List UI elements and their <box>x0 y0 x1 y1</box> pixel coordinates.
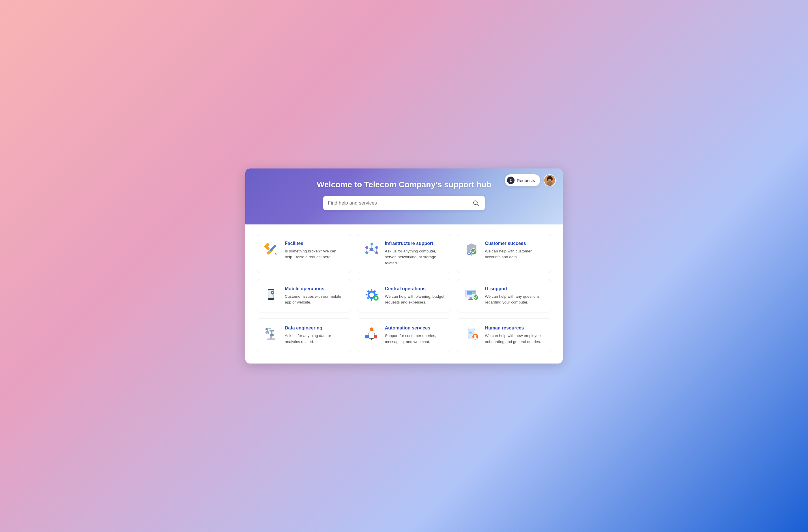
svg-point-6 <box>551 178 553 181</box>
card-automation[interactable]: Automation services Support for customer… <box>357 318 451 352</box>
svg-rect-55 <box>378 297 379 299</box>
svg-point-37 <box>271 299 272 299</box>
svg-rect-11 <box>269 244 276 252</box>
card-text-facilities: Facilites Is something broken? We can he… <box>285 241 345 260</box>
card-title-automation: Automation services <box>385 326 445 331</box>
avatar[interactable] <box>544 174 556 186</box>
card-desc-facilities: Is something broken? We can help. Raise … <box>285 249 345 260</box>
card-title-human-resources: Human resources <box>485 326 545 331</box>
svg-rect-59 <box>472 291 475 293</box>
svg-rect-31 <box>469 252 470 253</box>
svg-line-22 <box>373 247 375 249</box>
requests-button[interactable]: 2 Requests <box>505 174 540 186</box>
card-title-data-engineering: Data engineering <box>285 326 345 331</box>
card-icon-data-engineering: 6 <box>263 326 280 343</box>
svg-point-15 <box>365 246 368 249</box>
svg-point-18 <box>375 252 378 254</box>
svg-rect-62 <box>469 299 473 300</box>
card-mobile-operations[interactable]: Mobile operations Customer issues with o… <box>257 279 351 313</box>
search-button[interactable] <box>472 200 480 206</box>
svg-line-23 <box>368 250 370 253</box>
card-customer-success[interactable]: Customer success We can help with custom… <box>457 234 551 273</box>
card-desc-customer-success: We can help with customer accounts and d… <box>485 249 545 260</box>
card-text-human-resources: Human resources We can help with new emp… <box>485 326 545 345</box>
svg-point-3 <box>547 182 553 186</box>
svg-point-19 <box>370 243 373 245</box>
card-icon-automation <box>363 326 380 343</box>
requests-badge: 2 <box>507 177 515 184</box>
card-human-resources[interactable]: Human resources We can help with new emp… <box>457 318 551 352</box>
svg-rect-45 <box>376 294 378 295</box>
card-it-support[interactable]: IT support We can help with any question… <box>457 279 551 313</box>
card-text-central-operations: Central operations We can help with plan… <box>385 286 445 306</box>
card-desc-data-engineering: Ask us for anything data or analytics re… <box>285 333 345 345</box>
card-icon-it-support <box>463 286 480 304</box>
svg-point-69 <box>270 333 274 336</box>
svg-point-16 <box>375 246 378 249</box>
card-desc-infrastructure: Ask us for anything computer, server, ne… <box>385 249 445 266</box>
svg-rect-32 <box>469 254 470 255</box>
svg-point-72 <box>265 328 268 330</box>
svg-rect-42 <box>371 289 372 291</box>
svg-point-17 <box>365 252 368 254</box>
card-text-data-engineering: Data engineering Ask us for anything dat… <box>285 326 345 345</box>
search-bar <box>323 196 485 210</box>
svg-point-41 <box>369 293 374 297</box>
card-icon-facilities <box>263 241 280 258</box>
svg-point-92 <box>474 335 476 337</box>
card-facilities[interactable]: Facilites Is something broken? We can he… <box>257 234 351 273</box>
svg-rect-61 <box>470 297 472 299</box>
card-title-it-support: IT support <box>485 286 545 291</box>
svg-rect-54 <box>373 297 374 299</box>
card-text-automation: Automation services Support for customer… <box>385 326 445 345</box>
card-desc-mobile-operations: Customer issues with our mobile app or w… <box>285 294 345 306</box>
main-window: 2 Requests Welcome to Telecom Company's … <box>245 168 563 364</box>
svg-rect-34 <box>470 253 471 254</box>
card-desc-human-resources: We can help with new employee onboarding… <box>485 333 545 345</box>
card-icon-mobile-operations <box>263 286 280 304</box>
card-central-operations[interactable]: Central operations We can help with plan… <box>357 279 451 313</box>
card-data-engineering[interactable]: 6 Data engineering Ask us for anything d… <box>257 318 351 352</box>
svg-line-24 <box>373 250 375 253</box>
svg-line-75 <box>268 329 269 329</box>
card-desc-automation: Support for customer queries, messaging,… <box>385 333 445 345</box>
svg-point-30 <box>468 253 470 254</box>
header-top-right: 2 Requests <box>505 174 556 186</box>
card-title-central-operations: Central operations <box>385 286 445 291</box>
svg-line-80 <box>368 330 370 335</box>
card-desc-central-operations: We can help with planning, budget reques… <box>385 294 445 306</box>
svg-rect-43 <box>371 299 372 301</box>
svg-rect-60 <box>472 293 475 294</box>
svg-point-14 <box>370 248 373 251</box>
card-title-customer-success: Customer success <box>485 241 545 246</box>
card-icon-central-operations <box>363 286 380 304</box>
card-text-mobile-operations: Mobile operations Customer issues with o… <box>285 286 345 306</box>
svg-point-5 <box>547 178 548 181</box>
content-area: Facilites Is something broken? We can he… <box>245 224 563 364</box>
card-title-facilities: Facilites <box>285 241 345 246</box>
svg-point-76 <box>370 328 373 331</box>
svg-rect-58 <box>466 291 472 295</box>
svg-marker-12 <box>275 253 277 255</box>
card-text-it-support: IT support We can help with any question… <box>485 286 545 306</box>
svg-rect-77 <box>365 335 369 338</box>
svg-line-21 <box>368 247 370 249</box>
search-icon <box>473 200 479 206</box>
svg-line-81 <box>373 330 375 335</box>
search-input[interactable] <box>328 196 472 210</box>
card-title-mobile-operations: Mobile operations <box>285 286 345 291</box>
svg-line-8 <box>477 204 479 206</box>
cards-grid: Facilites Is something broken? We can he… <box>257 234 551 352</box>
svg-point-73 <box>269 328 271 329</box>
card-icon-human-resources <box>463 326 480 343</box>
card-title-infrastructure: Infrastructure support <box>385 241 445 246</box>
svg-rect-78 <box>374 335 377 338</box>
card-infrastructure[interactable]: Infrastructure support Ask us for anythi… <box>357 234 451 273</box>
header: 2 Requests Welcome to Telecom Company's … <box>245 168 563 224</box>
card-text-customer-success: Customer success We can help with custom… <box>485 241 545 260</box>
svg-point-39 <box>272 292 273 293</box>
svg-rect-89 <box>469 332 472 333</box>
card-icon-infrastructure <box>363 241 380 258</box>
card-desc-it-support: We can help with any questions regarding… <box>485 294 545 306</box>
requests-label: Requests <box>517 178 535 183</box>
